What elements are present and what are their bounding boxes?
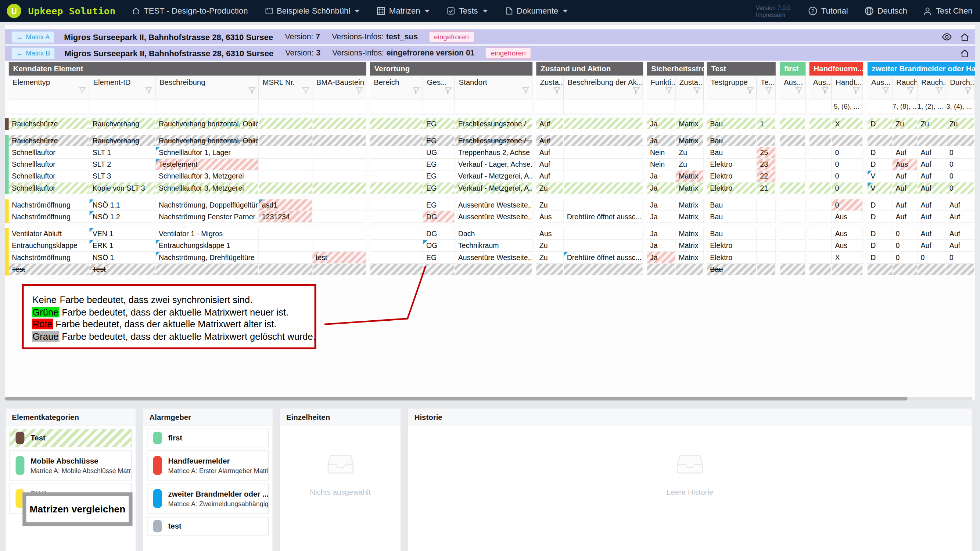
table-cell[interactable]: Technikraum [455,240,533,252]
table-cell[interactable]: Ja [647,211,675,223]
table-cell[interactable]: EG [423,170,455,182]
table-cell[interactable]: Auf [946,211,975,223]
table-cell[interactable]: Auf [918,240,946,252]
table-cell[interactable]: V [867,183,892,194]
table-cell[interactable]: Rauchvorhang [89,118,156,130]
table-cell[interactable] [757,252,776,264]
table-cell[interactable]: 23 [757,159,776,170]
table-cell[interactable]: Ja [647,240,675,252]
table-cell[interactable]: Elektro [707,252,757,264]
filter-icon[interactable] [145,86,153,97]
filter-cell[interactable] [676,99,704,114]
table-cell[interactable] [832,264,863,275]
table-cell[interactable]: Entrauchungsklappe 1 [156,240,259,252]
table-cell[interactable] [259,135,312,146]
table-cell[interactable] [564,159,643,170]
table-cell[interactable] [312,240,366,252]
table-cell[interactable]: Zu [946,118,975,130]
table-cell[interactable]: Treppenhaus 2, Achse ... [455,147,533,159]
table-cell[interactable]: 0 [832,200,863,211]
list-item-zweiter-brandmelder-oder-...[interactable]: zweiter Brandmelder oder ...Matrice A: Z… [147,483,269,513]
table-cell[interactable] [780,252,806,264]
filter-cell[interactable] [455,99,533,114]
table-cell[interactable] [564,147,643,159]
table-cell[interactable]: Auf [946,228,975,240]
table-cell[interactable] [370,118,423,130]
table-cell[interactable] [370,135,423,146]
table-cell[interactable]: Nein [647,147,675,159]
table-cell[interactable]: Schnelllauftor [9,183,89,194]
table-cell[interactable] [780,170,806,182]
table-cell[interactable]: Ja [647,228,675,240]
table-cell[interactable] [780,135,806,146]
table-cell[interactable] [564,118,643,130]
list-item-first[interactable]: first [147,429,269,448]
table-cell[interactable] [810,170,832,182]
table-cell[interactable] [757,240,776,252]
table-cell[interactable]: Schnelllauftor [9,170,89,182]
table-cell[interactable] [810,264,832,275]
table-cell[interactable]: Aussentüre Westseite,... [455,200,533,211]
filter-icon[interactable] [665,86,673,97]
table-cell[interactable] [780,159,806,170]
filter-cell[interactable] [259,99,312,114]
table-cell[interactable]: Rauchschürze [9,118,89,130]
table-cell[interactable] [370,211,423,223]
topbar-deutsch[interactable]: Deutsch [864,6,907,16]
table-cell[interactable] [946,264,975,275]
table-cell[interactable]: UG [423,147,455,159]
filter-cell[interactable] [757,99,776,114]
table-cell[interactable]: Bau [707,118,757,130]
table-cell[interactable] [780,200,806,211]
nav-item-0[interactable]: TEST - Design-to-Production [132,6,248,16]
table-cell[interactable] [810,118,832,130]
table-cell[interactable]: 0 [832,170,863,182]
table-cell[interactable]: 1 [757,118,776,130]
table-cell[interactable]: D [867,240,892,252]
filter-icon[interactable] [935,86,943,97]
table-cell[interactable]: Auf [946,240,975,252]
filter-cell[interactable] [647,99,675,114]
table-cell[interactable] [867,135,892,146]
filter-icon[interactable] [853,86,860,97]
table-cell[interactable]: 0 [946,252,975,264]
table-cell[interactable]: Elektro [707,170,757,182]
filter-cell[interactable] [707,99,757,114]
table-cell[interactable]: Zu [892,118,918,130]
filter-cell[interactable] [370,99,423,114]
table-cell[interactable]: Rauchschürze [9,135,89,146]
nav-item-3[interactable]: Tests [447,6,488,16]
table-cell[interactable]: SLT 1 [89,147,156,159]
table-cell[interactable] [259,228,312,240]
filter-icon[interactable] [79,86,86,97]
table-cell[interactable]: D [867,211,892,223]
table-cell[interactable]: Ja [647,252,675,264]
table-cell[interactable]: D [867,118,892,130]
home-icon[interactable] [960,32,970,42]
table-cell[interactable]: Auf [946,200,975,211]
table-cell[interactable] [259,147,312,159]
table-cell[interactable]: Auf [918,183,946,194]
table-cell[interactable] [564,264,643,275]
table-cell[interactable] [810,183,832,194]
table-cell[interactable]: EG [423,200,455,211]
table-cell[interactable]: Matrix [676,183,704,194]
table-cell[interactable]: Elektro [707,183,757,194]
table-cell[interactable]: Nachströmung, Drehflügeltüre [156,252,259,264]
table-cell[interactable]: Rauchvorhang horizontal, Oblicht [156,135,259,146]
table-cell[interactable]: Aus [832,240,863,252]
table-cell[interactable]: Nein [647,159,675,170]
table-cell[interactable]: Test [9,264,89,275]
table-cell[interactable]: Matrix [676,170,704,182]
filter-icon[interactable] [907,86,914,97]
app-logo[interactable]: U [7,4,21,18]
table-cell[interactable]: Ja [647,135,675,146]
table-cell[interactable]: Auf [918,147,946,159]
table-cell[interactable]: Bau [707,147,757,159]
table-cell[interactable]: Schnelllauftor 3, Metzgerei [156,183,259,194]
table-cell[interactable] [370,200,423,211]
horizontal-scrollbar-track[interactable] [5,397,973,400]
table-cell[interactable]: Nachströmung, Doppelflügeltür... [156,200,259,211]
filter-icon[interactable] [746,86,754,97]
table-cell[interactable] [564,228,643,240]
